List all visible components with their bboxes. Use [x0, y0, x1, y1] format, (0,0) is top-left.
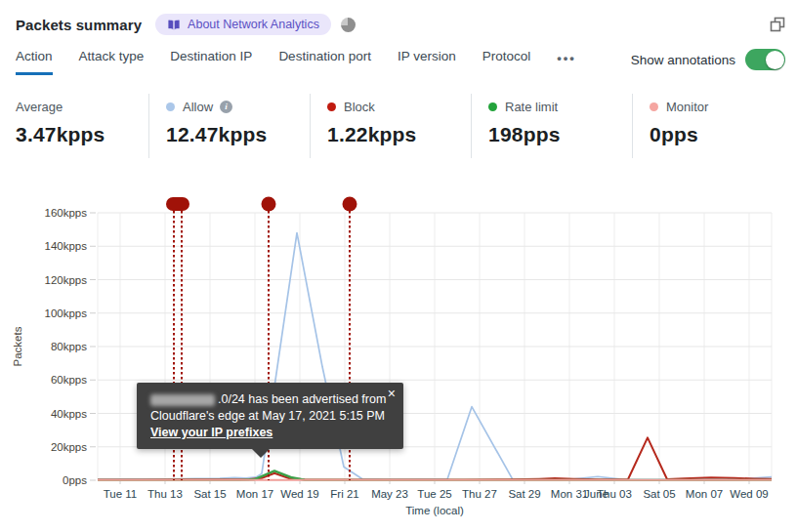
chart-svg: Tue 11Thu 13Sat 15Mon 17Wed 19Fri 21May … — [0, 185, 797, 532]
stat-label: Rate limit — [505, 100, 558, 114]
show-annotations-label: Show annotations — [631, 53, 735, 67]
annotation-marker[interactable] — [343, 197, 357, 212]
y-tick-label: 40kpps — [51, 408, 87, 420]
y-tick-label: 140kpps — [45, 240, 88, 252]
stat-monitor: Monitor 0pps — [632, 94, 778, 158]
x-tick-label: Mon 31 — [551, 488, 588, 500]
tab-ip-version[interactable]: IP version — [398, 49, 456, 75]
legend-dot-allow — [166, 102, 175, 111]
show-annotations-control: Show annotations — [631, 49, 785, 70]
book-icon — [167, 19, 181, 31]
info-icon[interactable]: i — [220, 101, 232, 113]
stat-value: 12.47kpps — [166, 123, 310, 146]
stat-rate-limit: Rate limit 198pps — [471, 94, 632, 158]
about-network-analytics-badge[interactable]: About Network Analytics — [155, 14, 331, 35]
y-tick-label: 60kpps — [51, 374, 87, 386]
y-tick-label: 0pps — [63, 474, 87, 486]
annotation-tooltip: × .0/24 has been advertised from Cloudfl… — [137, 383, 403, 449]
x-overlap-label: June — [584, 488, 608, 500]
x-tick-label: Mon 17 — [236, 488, 273, 500]
x-tick-label: Wed 09 — [730, 488, 768, 500]
tab-protocol[interactable]: Protocol — [482, 49, 531, 75]
x-tick-label: Sat 05 — [643, 488, 675, 500]
x-tick-label: Thu 27 — [462, 488, 497, 500]
redacted-ip-prefix — [150, 394, 215, 406]
legend-dot-rate-limit — [488, 102, 497, 111]
y-tick-label: 80kpps — [51, 341, 87, 352]
annotation-marker-pair[interactable] — [166, 197, 189, 211]
y-tick-label: 160kpps — [45, 207, 88, 219]
x-tick-label: Tue 25 — [417, 488, 451, 500]
x-tick-label: Tue 11 — [104, 488, 138, 500]
stat-label: Average — [16, 100, 63, 114]
tab-destination-ip[interactable]: Destination IP — [170, 49, 252, 75]
summary-stats: Average 3.47kpps Allowi 12.47kpps Block … — [16, 94, 785, 158]
x-axis-title: Time (local) — [405, 505, 464, 516]
y-axis-title: Packets — [12, 326, 23, 366]
stat-value: 1.22kpps — [327, 123, 471, 146]
network-analytics-panel: Packets summary About Network Analytics … — [0, 0, 797, 532]
stat-allow: Allowi 12.47kpps — [148, 94, 310, 158]
tab-action[interactable]: Action — [16, 49, 53, 75]
view-ip-prefixes-link[interactable]: View your IP prefixes — [150, 426, 273, 439]
y-tick-label: 100kpps — [45, 307, 88, 319]
tooltip-line2: Cloudflare's edge at May 17, 2021 5:15 P… — [150, 408, 390, 425]
stat-label: Block — [344, 100, 375, 114]
x-tick-label: Thu 13 — [147, 488, 183, 500]
close-icon[interactable]: × — [388, 386, 396, 401]
tab-attack-type[interactable]: Attack type — [79, 49, 145, 75]
x-tick-label: May 23 — [371, 488, 408, 500]
legend-dot-block — [327, 102, 336, 111]
toggle-knob — [766, 51, 784, 69]
x-tick-label: Sat 29 — [508, 488, 540, 500]
stat-label: Allow — [183, 100, 213, 114]
x-tick-label: Mon 07 — [686, 488, 723, 500]
tooltip-line1: .0/24 has been advertised from — [150, 391, 390, 408]
packets-time-series-chart[interactable]: Tue 11Thu 13Sat 15Mon 17Wed 19Fri 21May … — [0, 185, 797, 532]
tooltip-arrow — [252, 449, 270, 458]
usage-donut-icon[interactable] — [341, 18, 356, 32]
legend-dot-monitor — [650, 102, 658, 111]
annotations-toggle[interactable] — [745, 49, 785, 70]
x-tick-label: Wed 19 — [280, 488, 318, 500]
x-tick-label: Fri 21 — [330, 488, 358, 500]
header: Packets summary About Network Analytics — [16, 10, 785, 39]
dimension-tabs: Action Attack type Destination IP Destin… — [16, 49, 785, 75]
stat-value: 198pps — [488, 123, 632, 146]
annotation-marker[interactable] — [262, 197, 276, 212]
stat-value: 0pps — [650, 123, 778, 146]
stat-label: Monitor — [666, 100, 708, 114]
page-title: Packets summary — [16, 17, 142, 33]
stat-value: 3.47kpps — [16, 123, 148, 146]
tab-destination-port[interactable]: Destination port — [278, 49, 371, 75]
stat-block: Block 1.22kpps — [310, 94, 471, 158]
y-tick-label: 120kpps — [45, 274, 88, 286]
open-window-icon[interactable] — [770, 17, 785, 32]
about-badge-label: About Network Analytics — [188, 18, 319, 31]
y-tick-label: 20kpps — [51, 441, 87, 453]
x-tick-label: Sat 15 — [193, 488, 226, 500]
stat-average: Average 3.47kpps — [16, 94, 148, 158]
tabs-more-button[interactable]: ••• — [557, 49, 576, 65]
